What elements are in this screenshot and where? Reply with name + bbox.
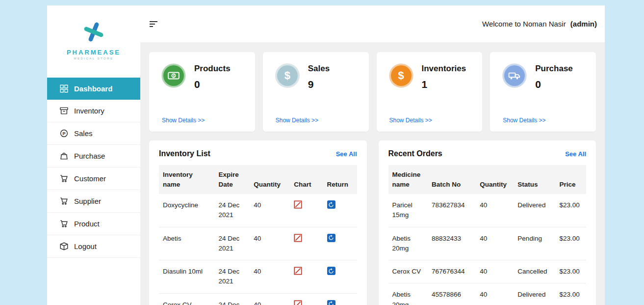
- stat-value: 1: [422, 79, 466, 90]
- stat-card-inventories: $ Inventories 1 Show Details >>: [377, 52, 483, 132]
- recent-orders-panel: Recent Orders See All Medicine name Batc…: [379, 140, 596, 305]
- stat-card-sales: $ Sales 9 Show Details >>: [263, 52, 369, 132]
- user-role: (admin): [570, 20, 597, 28]
- sidebar-item-label: Inventory: [74, 107, 104, 115]
- welcome-message: Welcome to Noman Nasir (admin): [482, 20, 597, 28]
- table-row: Paricel 15mg 783627834 40 Delivered $23.…: [388, 194, 587, 227]
- panel-title: Inventory List: [159, 149, 210, 158]
- medicine-name: Paricel 15mg: [388, 194, 428, 227]
- price: $23.00: [555, 283, 586, 305]
- sidebar: PHARMEASE MEDICAL STORE Dashboard Invent…: [47, 5, 140, 305]
- column-header: Batch No: [428, 165, 476, 194]
- stat-cards: $ Products 0 Show Details >> $: [149, 52, 596, 132]
- dashboard-content: $ Products 0 Show Details >> $: [140, 42, 605, 305]
- expire-date: 24 Dec 2021: [215, 194, 250, 227]
- sidebar-item-supplier[interactable]: Supplier: [47, 190, 140, 213]
- welcome-text: Welcome to Noman Nasir: [482, 20, 566, 28]
- stat-label: Purchase: [535, 64, 573, 74]
- stat-card-purchase: Purchase 0 Show Details >>: [490, 52, 596, 132]
- stat-value: 0: [194, 79, 231, 90]
- chart-icon[interactable]: [294, 267, 302, 275]
- banknote-icon: $: [162, 64, 185, 87]
- return-icon[interactable]: [327, 234, 335, 242]
- chart-icon[interactable]: [294, 300, 302, 305]
- quantity: 40: [476, 283, 514, 305]
- inventory-icon: [60, 107, 68, 115]
- column-header: Expire Date: [215, 165, 250, 194]
- sidebar-item-customer[interactable]: Customer: [47, 167, 140, 190]
- quantity: 40: [250, 194, 290, 227]
- chart-icon[interactable]: [294, 234, 302, 242]
- sidebar-item-purchase[interactable]: Purchase: [47, 145, 140, 167]
- column-header: Chart: [290, 165, 323, 194]
- sales-icon: P: [60, 129, 68, 138]
- return-icon[interactable]: [327, 200, 335, 209]
- sidebar-item-sales[interactable]: P Sales: [47, 122, 140, 145]
- price: $23.00: [555, 260, 586, 283]
- quantity: 40: [250, 293, 290, 305]
- inventory-name: Doxycycline: [159, 194, 215, 227]
- status: Pending: [514, 227, 555, 260]
- sidebar-item-label: Purchase: [74, 152, 105, 160]
- hamburger-menu-icon[interactable]: [149, 20, 160, 28]
- stat-value: 9: [308, 79, 330, 90]
- see-all-link[interactable]: See All: [336, 150, 357, 158]
- dollar-icon: $: [389, 64, 413, 87]
- sidebar-menu: Dashboard Inventory P Sales Purchase: [47, 78, 140, 258]
- top-bar: Welcome to Noman Nasir (admin): [140, 5, 605, 42]
- column-header: Return: [323, 165, 357, 194]
- table-row: Cerox CV 767676344 40 Cancelled $23.00: [388, 260, 587, 283]
- show-details-link[interactable]: Show Details >>: [162, 117, 242, 124]
- sidebar-item-product[interactable]: Product: [47, 213, 140, 235]
- sidebar-item-dashboard[interactable]: Dashboard: [47, 78, 140, 100]
- column-header: Price: [555, 165, 586, 194]
- show-details-link[interactable]: Show Details >>: [389, 117, 470, 124]
- quantity: 40: [250, 260, 290, 294]
- return-icon[interactable]: [327, 267, 335, 275]
- logo: PHARMEASE MEDICAL STORE: [47, 5, 140, 71]
- truck-icon: [503, 64, 526, 87]
- stat-value: 0: [535, 79, 573, 90]
- sidebar-item-label: Sales: [74, 129, 93, 138]
- status: Delivered: [514, 194, 555, 227]
- table-row: Abetis 20mg 88832433 40 Pending $23.00: [388, 227, 587, 260]
- column-header: Status: [514, 165, 555, 194]
- inventory-name: Diasulin 10ml: [159, 260, 215, 294]
- sidebar-item-label: Supplier: [74, 197, 101, 205]
- svg-text:P: P: [62, 131, 65, 136]
- table-row: Cerox CV 24 Dec 2021 40: [159, 293, 357, 305]
- panels-row: Inventory List See All Inventory name Ex…: [149, 140, 596, 305]
- quantity: 40: [476, 227, 514, 260]
- column-header: Inventory name: [159, 165, 215, 194]
- sidebar-item-label: Dashboard: [74, 84, 112, 93]
- logo-title: PHARMEASE: [47, 49, 140, 56]
- chart-icon[interactable]: [294, 200, 302, 209]
- pharmease-logo-icon: [81, 19, 106, 45]
- show-details-link[interactable]: Show Details >>: [276, 117, 356, 124]
- quantity: 40: [476, 194, 514, 227]
- medicine-name: Abetis 20mg: [388, 227, 428, 260]
- inventory-list-panel: Inventory List See All Inventory name Ex…: [149, 140, 367, 305]
- expire-date: 24 Dec 2021: [215, 227, 250, 260]
- logout-icon: [60, 242, 68, 250]
- table-row: Diasulin 10ml 24 Dec 2021 40: [159, 260, 357, 294]
- sidebar-item-label: Product: [74, 220, 100, 228]
- stat-card-products: $ Products 0 Show Details >>: [149, 52, 255, 132]
- sidebar-item-label: Customer: [74, 174, 106, 183]
- dashboard-icon: [60, 84, 68, 93]
- cart-icon: [60, 220, 68, 228]
- column-header: Quantity: [250, 165, 290, 194]
- table-row: Abetis 24 Dec 2021 40: [159, 227, 357, 260]
- return-icon[interactable]: [327, 300, 335, 305]
- sidebar-item-logout[interactable]: Logout: [47, 235, 140, 258]
- table-row: Abetis 20mg 45578866 40 Delivered $23.00: [388, 283, 587, 305]
- stat-label: Inventories: [422, 64, 466, 74]
- show-details-link[interactable]: Show Details >>: [503, 117, 583, 124]
- medicine-name: Abetis 20mg: [388, 283, 428, 305]
- purchase-icon: [60, 152, 68, 160]
- sidebar-item-inventory[interactable]: Inventory: [47, 100, 140, 122]
- inventory-table: Inventory name Expire Date Quantity Char…: [159, 165, 357, 305]
- cart-icon: [60, 197, 68, 205]
- see-all-link[interactable]: See All: [565, 150, 586, 158]
- batch-no: 767676344: [428, 260, 476, 283]
